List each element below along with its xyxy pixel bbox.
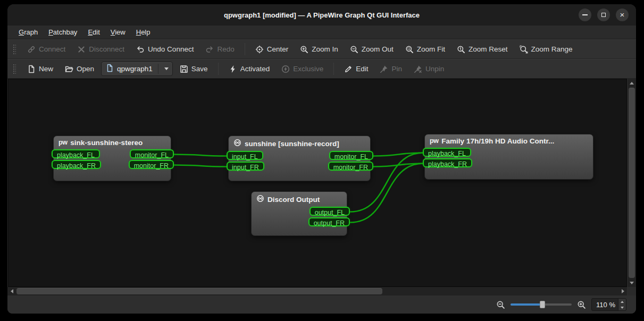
statusbar: 110 % [7,295,636,314]
port-sink-sunshine-stereo-monitor_FR[interactable]: monitor_FR [129,160,174,169]
toolbar-handle[interactable] [12,63,16,75]
toolbar-handle[interactable] [12,44,16,55]
toolbar-button-undo-connect[interactable]: Undo Connect [131,43,198,56]
chevron-down-icon [164,67,169,70]
menu-graph[interactable]: Graph [14,27,43,38]
toolbar-button-disconnect[interactable]: Disconnect [72,43,129,56]
combo-divider [158,64,158,74]
port-sunshine-input_FL[interactable]: input_FL [227,151,263,160]
toolbar-button-pin[interactable]: Pin [375,62,407,76]
connection-wire-sunshine-monitor_FL[interactable] [374,153,423,156]
horizontal-scroll-handle[interactable] [16,288,382,294]
zoom-slider-handle[interactable] [540,301,545,308]
toolbar-button-new-label: New [39,65,53,73]
toolbar-button-zoom-range[interactable]: Zoom Range [515,43,578,56]
desktop-background: qpwgraph1 [modified] — A PipeWire Graph … [0,0,644,321]
maximize-icon [601,13,606,17]
node-family-audio[interactable]: pwFamily 17h/19h HD Audio Contr...playba… [424,134,593,180]
connection-wires [9,79,626,286]
toolbar-button-exclusive-label: Exclusive [293,65,323,73]
menu-patchbay[interactable]: Patchbay [44,27,82,38]
zoom-spinbox[interactable]: 110 % [591,298,626,311]
vertical-scrollbar[interactable] [628,79,636,287]
node-title: sink-sunshine-stereo [70,139,143,147]
scroll-down-button[interactable] [628,278,636,287]
port-sunshine-input_FR[interactable]: input_FR [227,162,264,171]
toolbar-button-zoom-in[interactable]: Zoom In [295,43,343,56]
maximize-button[interactable] [597,9,610,21]
node-discord-output[interactable]: Discord Outputoutput_FLoutput_FR [251,191,347,236]
zoom-out-icon[interactable] [496,300,505,309]
toolbar-button-save[interactable]: Save [175,62,213,76]
port-discord-output-output_FL[interactable]: output_FL [310,207,350,216]
minimize-icon [582,14,588,15]
node-title: sunshine [sunshine-record] [245,140,339,148]
connection-wire-sunshine-monitor_FR[interactable] [374,164,423,167]
toolbar-button-zoom-out[interactable]: Zoom Out [345,43,398,56]
toolbar-button-center-label: Center [267,45,289,53]
minimize-button[interactable] [579,9,591,21]
new-icon [27,65,36,73]
port-sink-sunshine-stereo-monitor_FL[interactable]: monitor_FL [130,149,174,158]
close-button[interactable]: × [616,9,629,21]
toolbar-button-zoom-reset-label: Zoom Reset [469,45,508,53]
toolbar-separator [333,63,334,75]
toolbar-button-zoom-out-label: Zoom Out [362,45,394,53]
toolbar-button-save-label: Save [191,65,208,73]
spin-arrows [618,299,626,310]
arrow-up-icon [630,82,634,85]
titlebar[interactable]: qpwgraph1 [modified] — A PipeWire Graph … [7,4,636,26]
scroll-up-button[interactable] [628,79,636,87]
toolbar-button-new[interactable]: New [22,62,58,76]
connect-icon [27,45,36,54]
center-icon [255,45,264,54]
toolbar-button-zoom-fit[interactable]: Zoom Fit [400,43,450,56]
port-sunshine-monitor_FR[interactable]: monitor_FR [328,162,373,171]
toolbar-button-center[interactable]: Center [250,43,294,56]
scroll-right-button[interactable] [618,287,627,295]
scroll-left-button[interactable] [7,287,16,295]
node-sink-sunshine-stereo[interactable]: pwsink-sunshine-stereoplayback_FLmonitor… [53,136,171,181]
port-family-audio-playback_FL[interactable]: playback_FL [423,148,471,157]
zoom-slider[interactable] [511,300,572,309]
pipewire-icon: pw [430,137,438,145]
toolbar-separator [245,43,245,55]
connection-wire-sink-sunshine-stereo-monitor_FL[interactable] [174,155,227,156]
port-sink-sunshine-stereo-playback_FR[interactable]: playback_FR [52,160,101,169]
port-discord-output-output_FR[interactable]: output_FR [308,217,350,226]
node-title: Family 17h/19h HD Audio Contr... [441,137,554,145]
toolbar-button-unpin[interactable]: Unpin [409,62,449,76]
menu-view[interactable]: View [106,27,130,38]
toolbar-button-edit[interactable]: Edit [339,62,373,76]
toolbar-button-open-label: Open [77,65,94,73]
menu-edit[interactable]: Edit [83,27,104,38]
arrow-right-icon [622,289,624,293]
menu-help[interactable]: Help [131,27,155,38]
connection-wire-sink-sunshine-stereo-monitor_FR[interactable] [174,165,227,167]
port-family-audio-playback_FR[interactable]: playback_FR [423,158,472,167]
toolbar-button-activated-label: Activated [240,65,270,73]
toolbar-button-zoom-in-label: Zoom In [312,45,338,53]
port-sunshine-monitor_FL[interactable]: monitor_FL [329,151,373,160]
toolbar-button-open[interactable]: Open [60,62,99,76]
window-controls: × [579,4,629,26]
node-sunshine[interactable]: sunshine [sunshine-record]input_FLmonito… [228,136,371,181]
spin-down-button[interactable] [618,305,626,310]
vertical-scroll-handle[interactable] [629,88,635,278]
horizontal-scrollbar[interactable] [7,287,627,295]
bolt-icon [229,65,237,73]
zoom-in-icon[interactable] [577,300,586,309]
toolbar-button-activated[interactable]: Activated [224,62,275,76]
spin-up-button[interactable] [618,299,626,305]
toolbar-button-unpin-label: Unpin [425,65,444,73]
combo-patchbay-name[interactable]: qpwgraph1 [101,62,173,76]
toolbar-button-exclusive[interactable]: Exclusive [277,62,328,76]
port-sink-sunshine-stereo-playback_FL[interactable]: playback_FL [52,149,100,158]
toolbar-button-redo[interactable]: Redo [200,43,239,56]
toolbar-button-redo-label: Redo [217,45,234,53]
toolbar-separator [218,63,219,75]
graph-canvas[interactable]: pwsink-sunshine-stereoplayback_FLmonitor… [8,79,627,287]
app-window: qpwgraph1 [modified] — A PipeWire Graph … [7,4,636,314]
toolbar-button-zoom-reset[interactable]: Zoom Reset [452,43,513,56]
toolbar-button-connect[interactable]: Connect [22,43,70,56]
